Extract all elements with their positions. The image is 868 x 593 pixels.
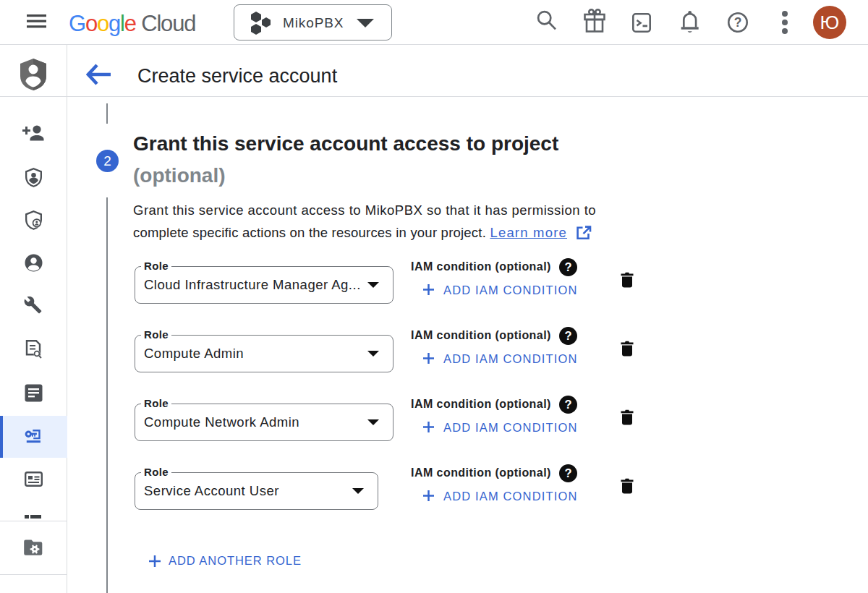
svg-text:?: ? bbox=[564, 260, 571, 273]
svg-text:?: ? bbox=[564, 398, 571, 411]
svg-text:?: ? bbox=[564, 466, 571, 479]
svg-text:?: ? bbox=[734, 15, 742, 30]
svg-text:?: ? bbox=[564, 329, 571, 342]
